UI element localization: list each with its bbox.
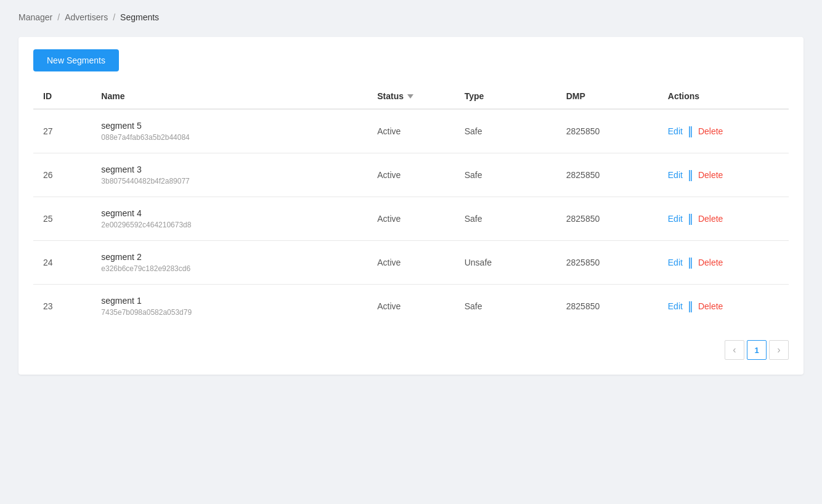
segment-name-label: segment 2 [101, 252, 357, 262]
col-header-status: Status [367, 84, 454, 109]
cell-dmp: 2825850 [556, 153, 658, 197]
cell-type: Safe [455, 153, 556, 197]
col-header-type: Type [455, 84, 556, 109]
breadcrumb: Manager / Advertisers / Segments [18, 12, 804, 22]
cell-name: segment 1 7435e7b098a0582a053d79 [91, 285, 367, 328]
cell-id: 23 [33, 285, 91, 328]
segment-hash-label: 088e7a4fab63a5b2b44084 [101, 133, 357, 142]
cell-type: Safe [455, 109, 556, 153]
action-divider: ‖ [688, 301, 693, 312]
breadcrumb-current: Segments [120, 12, 159, 22]
cell-id: 24 [33, 241, 91, 285]
main-card: New Segments ID Name Status Type DMP Act… [18, 37, 804, 375]
segment-name-label: segment 3 [101, 165, 357, 174]
cell-name: segment 4 2e00296592c464210673d8 [91, 197, 367, 241]
cell-status: Active [367, 285, 454, 328]
cell-id: 25 [33, 197, 91, 241]
delete-button[interactable]: Delete [698, 126, 723, 136]
col-header-id: ID [33, 84, 91, 109]
breadcrumb-sep-1: / [57, 12, 60, 22]
breadcrumb-advertisers[interactable]: Advertisers [65, 12, 108, 22]
cell-name: segment 3 3b8075440482b4f2a89077 [91, 153, 367, 197]
cell-actions: Edit ‖ Delete [658, 285, 789, 328]
cell-type: Safe [455, 197, 556, 241]
pagination-prev[interactable]: ‹ [725, 340, 744, 360]
cell-actions: Edit ‖ Delete [658, 197, 789, 241]
breadcrumb-sep-2: / [113, 12, 115, 22]
segment-hash-label: 3b8075440482b4f2a89077 [101, 177, 357, 185]
segment-name-label: segment 4 [101, 208, 357, 218]
cell-status: Active [367, 109, 454, 153]
pagination-page-1[interactable]: 1 [747, 340, 767, 360]
table-row: 27 segment 5 088e7a4fab63a5b2b44084 Acti… [33, 109, 789, 153]
action-divider: ‖ [688, 257, 693, 268]
cell-status: Active [367, 241, 454, 285]
cell-name: segment 5 088e7a4fab63a5b2b44084 [91, 109, 367, 153]
segments-table: ID Name Status Type DMP Actions 27 [33, 84, 789, 328]
new-segments-button[interactable]: New Segments [33, 49, 119, 71]
delete-button[interactable]: Delete [698, 301, 723, 311]
action-divider: ‖ [688, 213, 693, 224]
breadcrumb-manager[interactable]: Manager [18, 12, 52, 22]
cell-id: 26 [33, 153, 91, 197]
pagination-next[interactable]: › [769, 340, 789, 360]
segment-hash-label: 7435e7b098a0582a053d79 [101, 308, 357, 317]
cell-type: Unsafe [455, 241, 556, 285]
edit-button[interactable]: Edit [668, 126, 683, 136]
table-row: 26 segment 3 3b8075440482b4f2a89077 Acti… [33, 153, 789, 197]
cell-actions: Edit ‖ Delete [658, 109, 789, 153]
table-row: 24 segment 2 e326b6ce79c182e9283cd6 Acti… [33, 241, 789, 285]
delete-button[interactable]: Delete [698, 258, 723, 267]
segment-hash-label: e326b6ce79c182e9283cd6 [101, 264, 357, 273]
status-filter-icon[interactable] [407, 94, 413, 99]
toolbar: New Segments [33, 49, 789, 71]
col-header-actions: Actions [658, 84, 789, 109]
table-row: 25 segment 4 2e00296592c464210673d8 Acti… [33, 197, 789, 241]
cell-actions: Edit ‖ Delete [658, 153, 789, 197]
segment-name-label: segment 1 [101, 296, 357, 306]
cell-status: Active [367, 153, 454, 197]
cell-id: 27 [33, 109, 91, 153]
table-header-row: ID Name Status Type DMP Actions [33, 84, 789, 109]
table-row: 23 segment 1 7435e7b098a0582a053d79 Acti… [33, 285, 789, 328]
cell-dmp: 2825850 [556, 109, 658, 153]
edit-button[interactable]: Edit [668, 301, 683, 311]
cell-dmp: 2825850 [556, 285, 658, 328]
cell-dmp: 2825850 [556, 241, 658, 285]
edit-button[interactable]: Edit [668, 214, 683, 224]
cell-type: Safe [455, 285, 556, 328]
segment-hash-label: 2e00296592c464210673d8 [101, 221, 357, 229]
delete-button[interactable]: Delete [698, 170, 723, 180]
pagination: ‹ 1 › [33, 340, 789, 360]
action-divider: ‖ [688, 169, 693, 181]
action-divider: ‖ [688, 126, 693, 137]
delete-button[interactable]: Delete [698, 214, 723, 224]
cell-status: Active [367, 197, 454, 241]
edit-button[interactable]: Edit [668, 170, 683, 180]
col-header-name: Name [91, 84, 367, 109]
col-header-dmp: DMP [556, 84, 658, 109]
segment-name-label: segment 5 [101, 121, 357, 131]
cell-actions: Edit ‖ Delete [658, 241, 789, 285]
edit-button[interactable]: Edit [668, 258, 683, 267]
cell-name: segment 2 e326b6ce79c182e9283cd6 [91, 241, 367, 285]
status-label: Status [377, 91, 404, 101]
cell-dmp: 2825850 [556, 197, 658, 241]
